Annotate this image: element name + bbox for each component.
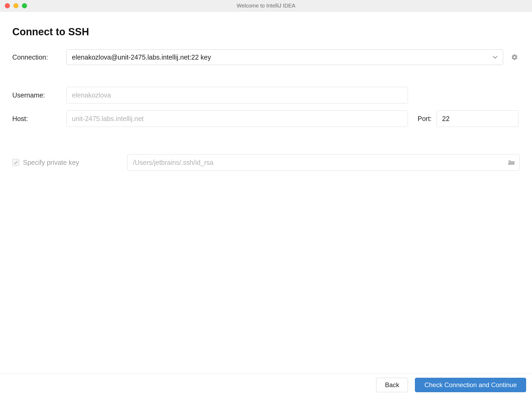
- back-button[interactable]: Back: [376, 378, 408, 392]
- footer: Back Check Connection and Continue: [0, 373, 532, 397]
- window-title: Welcome to IntelliJ IDEA: [0, 3, 532, 9]
- connection-settings-button[interactable]: [510, 52, 520, 62]
- folder-icon: [508, 159, 515, 165]
- specify-private-key-label: Specify private key: [23, 159, 79, 166]
- username-input[interactable]: [66, 87, 408, 103]
- browse-key-button[interactable]: [507, 158, 516, 167]
- check-icon: [14, 160, 18, 165]
- connection-dropdown[interactable]: elenakozlova@unit-2475.labs.intellij.net…: [66, 49, 503, 65]
- host-input[interactable]: [66, 110, 408, 127]
- minimize-window-button[interactable]: [13, 3, 18, 8]
- port-input[interactable]: [437, 110, 518, 127]
- check-connection-continue-button[interactable]: Check Connection and Continue: [415, 378, 526, 392]
- page-title: Connect to SSH: [12, 26, 520, 38]
- specify-private-key-control[interactable]: Specify private key: [12, 159, 114, 166]
- specify-private-key-checkbox[interactable]: [12, 159, 19, 166]
- private-key-row: Specify private key: [12, 154, 520, 171]
- titlebar: Welcome to IntelliJ IDEA: [0, 0, 532, 12]
- port-label: Port:: [418, 115, 432, 123]
- username-row: Username:: [12, 87, 520, 103]
- maximize-window-button[interactable]: [22, 3, 27, 8]
- private-key-path-wrap: [127, 154, 520, 171]
- username-label: Username:: [12, 91, 66, 99]
- host-label: Host:: [12, 115, 66, 123]
- content-area: Connect to SSH Connection: elenakozlova@…: [0, 12, 532, 171]
- close-window-button[interactable]: [5, 3, 10, 8]
- connection-selected-value: elenakozlova@unit-2475.labs.intellij.net…: [72, 53, 211, 61]
- window-controls: [5, 3, 27, 8]
- gear-icon: [511, 54, 518, 61]
- connection-label: Connection:: [12, 53, 66, 61]
- host-row: Host: Port:: [12, 110, 520, 127]
- chevron-down-icon: [493, 56, 498, 59]
- private-key-path-input[interactable]: [127, 154, 520, 171]
- connection-row: Connection: elenakozlova@unit-2475.labs.…: [12, 49, 520, 65]
